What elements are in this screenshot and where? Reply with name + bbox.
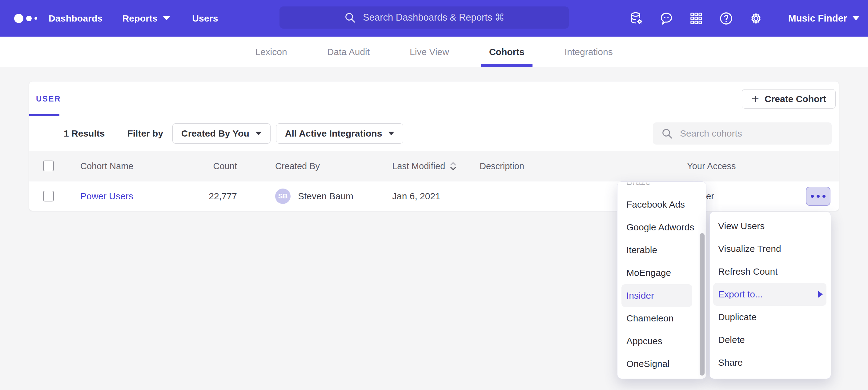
- submenu-arrow-icon: [818, 291, 823, 298]
- nav-link-users[interactable]: Users: [192, 13, 218, 24]
- navbar-right-group: Music Finder: [629, 0, 859, 37]
- project-name: Music Finder: [788, 13, 847, 24]
- submenu-item-moengage[interactable]: MoEngage: [621, 261, 692, 284]
- nav-link-dashboards[interactable]: Dashboards: [49, 13, 102, 24]
- menu-item-duplicate[interactable]: Duplicate: [713, 306, 827, 328]
- cohort-type-tabs: USER + Create Cohort: [29, 82, 839, 116]
- cohort-search-input[interactable]: [680, 128, 815, 139]
- submenu-item-google-adwords[interactable]: Google Adwords: [621, 216, 692, 239]
- col-header-cohort-name[interactable]: Cohort Name: [80, 151, 133, 182]
- submenu-item-facebook-ads[interactable]: Facebook Ads: [621, 193, 692, 216]
- filter-by-label: Filter by: [127, 128, 163, 139]
- export-submenu-list: Braze Facebook Ads Google Adwords Iterab…: [617, 182, 706, 375]
- select-all-checkbox[interactable]: [43, 161, 54, 171]
- tab-lexicon[interactable]: Lexicon: [247, 37, 295, 67]
- table-header: Cohort Name Count Created By Last Modifi…: [29, 151, 839, 182]
- created-by-cell: SB Steven Baum: [275, 182, 353, 211]
- more-options-icon: [811, 195, 814, 198]
- cohorts-card: USER + Create Cohort 1 Results Filter by…: [29, 82, 839, 211]
- menu-item-refresh-count[interactable]: Refresh Count: [713, 260, 827, 283]
- active-tab-indicator: [481, 64, 532, 67]
- avatar: SB: [275, 189, 290, 204]
- data-settings-icon[interactable]: [629, 11, 644, 26]
- nav-link-reports[interactable]: Reports: [122, 13, 170, 24]
- chevron-down-icon: [852, 16, 859, 20]
- apps-grid-icon[interactable]: [689, 11, 704, 26]
- col-header-created-by[interactable]: Created By: [275, 151, 320, 182]
- menu-item-share[interactable]: Share: [713, 351, 827, 374]
- table-row[interactable]: Power Users 22,777 SB Steven Baum Jan 6,…: [29, 182, 839, 211]
- col-header-last-modified[interactable]: Last Modified: [392, 151, 457, 182]
- created-by-name: Steven Baum: [298, 191, 353, 201]
- col-header-count[interactable]: Count: [176, 151, 237, 182]
- sort-icon: [450, 162, 457, 170]
- tab-live-view[interactable]: Live View: [402, 37, 457, 67]
- tab-user-cohorts[interactable]: USER: [36, 94, 61, 103]
- submenu-item-appcues[interactable]: Appcues: [621, 330, 692, 353]
- settings-gear-icon[interactable]: [749, 11, 763, 26]
- filter-created-by-dropdown[interactable]: Created By You: [173, 123, 271, 143]
- submenu-scrollbar-track[interactable]: [698, 182, 706, 379]
- row-context-menu: View Users Visualize Trend Refresh Count…: [710, 212, 831, 379]
- tab-cohorts[interactable]: Cohorts: [481, 37, 532, 67]
- menu-item-view-users[interactable]: View Users: [713, 215, 827, 237]
- brand-logo-icon[interactable]: [14, 14, 41, 23]
- cohort-search[interactable]: [653, 122, 832, 144]
- last-modified-cell: Jan 6, 2021: [392, 182, 440, 211]
- col-header-your-access[interactable]: Your Access: [687, 151, 736, 182]
- global-search[interactable]: [279, 6, 569, 29]
- export-submenu: Braze Facebook Ads Google Adwords Iterab…: [617, 182, 706, 379]
- search-icon: [661, 127, 673, 140]
- cohort-count: 22,777: [176, 182, 237, 211]
- menu-item-visualize-trend[interactable]: Visualize Trend: [713, 237, 827, 260]
- row-checkbox[interactable]: [43, 191, 54, 201]
- chevron-down-icon: [388, 132, 394, 135]
- search-icon: [344, 11, 356, 24]
- feedback-icon[interactable]: [659, 11, 674, 26]
- tab-data-audit[interactable]: Data Audit: [319, 37, 378, 67]
- section-tabbar: Lexicon Data Audit Live View Cohorts Int…: [0, 37, 868, 67]
- tab-integrations[interactable]: Integrations: [557, 37, 621, 67]
- global-search-input[interactable]: [363, 12, 504, 23]
- cohort-name-link[interactable]: Power Users: [80, 182, 133, 211]
- help-icon[interactable]: [719, 11, 734, 26]
- submenu-item-braze[interactable]: Braze: [621, 182, 692, 193]
- chevron-down-icon: [255, 132, 261, 135]
- submenu-item-chameleon[interactable]: Chameleon: [621, 307, 692, 330]
- submenu-item-insider[interactable]: Insider: [621, 284, 692, 307]
- top-navbar: Dashboards Reports Users: [0, 0, 868, 37]
- project-selector[interactable]: Music Finder: [788, 13, 859, 24]
- create-cohort-button[interactable]: + Create Cohort: [742, 89, 836, 108]
- submenu-scrollbar-thumb[interactable]: [700, 233, 705, 376]
- row-actions-button[interactable]: [806, 187, 831, 206]
- submenu-item-onesignal[interactable]: OneSignal: [621, 353, 692, 375]
- filter-toolbar: 1 Results Filter by Created By You All A…: [29, 116, 839, 151]
- divider: [116, 127, 116, 140]
- results-count: 1 Results: [64, 128, 105, 139]
- filter-integrations-dropdown[interactable]: All Active Integrations: [276, 123, 404, 143]
- menu-item-delete[interactable]: Delete: [713, 328, 827, 351]
- col-header-description[interactable]: Description: [479, 151, 524, 182]
- menu-item-export-to[interactable]: Export to...: [713, 283, 827, 306]
- submenu-item-iterable[interactable]: Iterable: [621, 239, 692, 261]
- chevron-down-icon: [163, 16, 170, 20]
- active-type-tab-indicator: [29, 114, 59, 116]
